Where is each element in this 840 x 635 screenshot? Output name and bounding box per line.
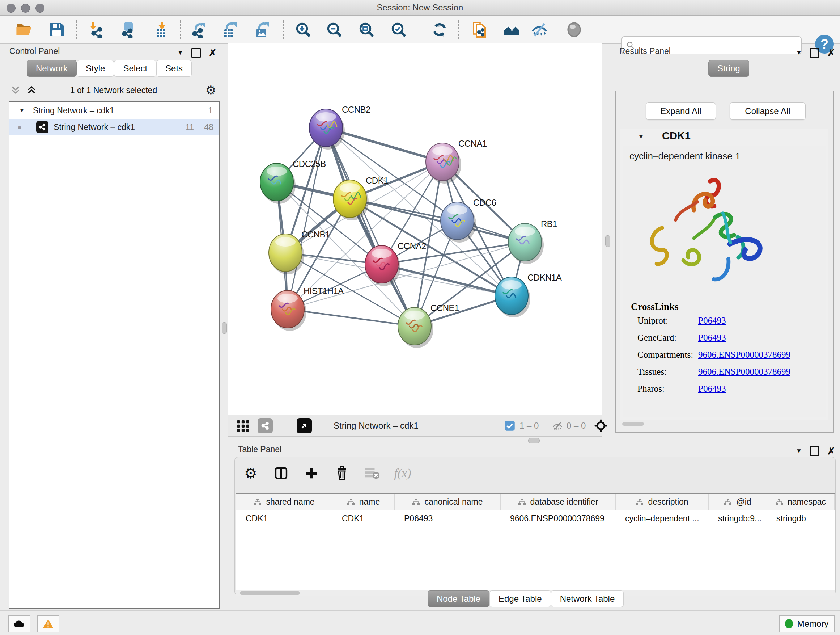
table-panel-title: Table Panel — [238, 445, 281, 454]
control-panel-splitter-handle[interactable] — [222, 322, 227, 334]
network-node-CCNA1[interactable]: CCNA1 — [426, 139, 487, 184]
panel-float-icon[interactable] — [191, 48, 201, 58]
zoom-in-button[interactable] — [294, 21, 312, 39]
zoom-selected-button[interactable] — [390, 21, 408, 39]
column-header-namespac[interactable]: namespac — [767, 494, 835, 510]
table-cell[interactable]: stringdb:9... — [709, 510, 767, 526]
function-builder-button[interactable]: f(x) — [394, 464, 411, 482]
panel-close-icon[interactable]: ✗ — [209, 49, 217, 57]
open-session-button[interactable] — [15, 21, 33, 39]
export-table-button[interactable] — [221, 21, 239, 39]
panel-menu-triangle-icon[interactable]: ▼ — [177, 49, 183, 57]
table-cell[interactable]: CDK1 — [332, 510, 395, 526]
delete-column-button[interactable] — [333, 464, 351, 482]
column-header-database-identifier[interactable]: database identifier — [501, 494, 616, 510]
crosslink-link[interactable]: 9606.ENSP00000378699 — [698, 350, 790, 367]
edge-CCNB2-CCNE1[interactable] — [326, 128, 415, 326]
table-empty-area — [236, 526, 835, 591]
crosslink-link[interactable]: P06493 — [698, 333, 726, 350]
delete-table-button[interactable] — [363, 464, 381, 482]
table-cell[interactable]: 9606.ENSP00000378699 — [501, 510, 616, 526]
column-header--id[interactable]: @id — [709, 494, 767, 510]
table-cell[interactable]: P06493 — [395, 510, 501, 526]
table-hscrollbar-thumb[interactable] — [240, 591, 300, 595]
show-all-button[interactable] — [565, 21, 583, 39]
node-label-RB1: RB1 — [541, 219, 557, 229]
results-hscrollbar-thumb[interactable] — [622, 422, 644, 426]
selected-checkbox-icon[interactable] — [504, 420, 515, 432]
tab-select[interactable]: Select — [114, 60, 156, 77]
crosslink-link[interactable]: P06493 — [698, 384, 726, 401]
panel-menu-triangle-icon[interactable]: ▼ — [796, 49, 802, 57]
network-node-CCNA2[interactable]: CCNA2 — [365, 241, 426, 286]
network-node-CDC6[interactable]: CDC6 — [441, 198, 496, 242]
column-header-canonical-name[interactable]: canonical name — [395, 494, 501, 510]
network-node-CDC25B[interactable]: CDC25B — [260, 159, 326, 204]
protein-section-header[interactable]: ▼ CDK1 — [621, 129, 828, 146]
show-columns-button[interactable] — [272, 464, 290, 482]
export-network-button[interactable] — [189, 21, 208, 39]
table-cell[interactable]: cyclin–dependent ... — [616, 510, 709, 526]
memory-button[interactable]: Memory — [779, 615, 835, 632]
hidden-eye-slash-icon[interactable] — [552, 421, 563, 433]
network-options-gear-icon[interactable]: ⚙ — [205, 82, 216, 98]
column-header-name[interactable]: name — [332, 494, 395, 510]
panel-float-icon[interactable] — [810, 446, 819, 456]
table-row[interactable]: CDK1CDK1P064939606.ENSP00000378699cyclin… — [236, 510, 835, 526]
section-collapse-triangle-icon[interactable]: ▼ — [638, 133, 644, 141]
network-collection-row[interactable]: ▼ String Network – cdk1 1 — [9, 102, 219, 119]
tab-string[interactable]: String — [708, 60, 749, 77]
network-svg[interactable]: CCNB2CCNA1CDC25BCDK1CDC6RB1CCNB1CCNA2CDK… — [228, 43, 602, 415]
column-header-description[interactable]: description — [616, 494, 709, 510]
import-table-file-button[interactable] — [152, 21, 170, 39]
pan-crosshair-icon[interactable] — [594, 419, 608, 434]
panel-close-icon[interactable]: ✗ — [827, 447, 835, 455]
tree-expand-triangle-icon[interactable]: ▼ — [19, 107, 25, 114]
edge-CCNB2-HIST1H1A[interactable] — [287, 128, 326, 309]
tab-network-table[interactable]: Network Table — [551, 591, 624, 607]
edge-CDK1-RB1[interactable] — [350, 199, 525, 242]
import-network-file-button[interactable] — [87, 21, 105, 39]
tab-style[interactable]: Style — [77, 60, 114, 77]
tab-node-table[interactable]: Node Table — [428, 591, 489, 607]
string-share-button[interactable] — [257, 418, 273, 433]
table-cell[interactable]: stringdb — [767, 510, 835, 526]
network-node-CDKN1A[interactable]: CDKN1A — [495, 272, 562, 318]
network-node-CCNB1[interactable]: CCNB1 — [269, 230, 330, 274]
network-row[interactable]: ● String Network – cdk1 11 48 — [9, 119, 219, 135]
cloud-status-button[interactable] — [8, 615, 30, 632]
network-node-HIST1H1A[interactable]: HIST1H1A — [271, 286, 344, 331]
save-session-button[interactable] — [48, 21, 66, 39]
column-header-shared-name[interactable]: shared name — [236, 494, 332, 510]
import-network-database-button[interactable] — [118, 21, 136, 39]
hide-selected-button[interactable] — [531, 21, 548, 39]
network-node-CCNB2[interactable]: CCNB2 — [309, 105, 370, 149]
open-in-new-window-button[interactable] — [297, 418, 312, 433]
copy-network-button[interactable] — [470, 21, 488, 39]
birdseye-grid-icon[interactable] — [236, 418, 250, 434]
network-view[interactable]: CCNB2CCNA1CDC25BCDK1CDC6RB1CCNB1CCNA2CDK… — [228, 43, 602, 415]
tab-sets[interactable]: Sets — [156, 60, 192, 77]
network-node-RB1[interactable]: RB1 — [508, 219, 557, 264]
export-image-button[interactable] — [253, 21, 271, 39]
zoom-fit-button[interactable] — [357, 21, 376, 39]
collapse-all-button[interactable]: Collapse All — [729, 103, 806, 120]
refresh-view-button[interactable] — [431, 21, 448, 39]
results-splitter-handle[interactable] — [605, 235, 610, 247]
table-cell[interactable]: CDK1 — [236, 510, 332, 526]
crosslink-link[interactable]: P06493 — [698, 316, 726, 333]
home-layout-button[interactable] — [503, 21, 521, 39]
tab-network[interactable]: Network — [27, 60, 77, 77]
table-options-gear-icon[interactable]: ⚙ — [242, 464, 259, 482]
tab-edge-table[interactable]: Edge Table — [489, 591, 551, 607]
crosslink-link[interactable]: 9606.ENSP00000378699 — [698, 367, 790, 384]
create-column-button[interactable] — [303, 464, 320, 482]
edge-HIST1H1A-CCNE1[interactable] — [287, 309, 415, 326]
network-node-CCNE1[interactable]: CCNE1 — [398, 303, 459, 348]
panel-menu-triangle-icon[interactable]: ▼ — [796, 448, 802, 455]
panel-float-icon[interactable] — [810, 48, 819, 58]
warnings-button[interactable] — [37, 615, 59, 632]
zoom-out-button[interactable] — [325, 21, 343, 39]
panel-close-icon[interactable]: ✗ — [827, 49, 835, 57]
expand-all-button[interactable]: Expand All — [646, 103, 716, 120]
